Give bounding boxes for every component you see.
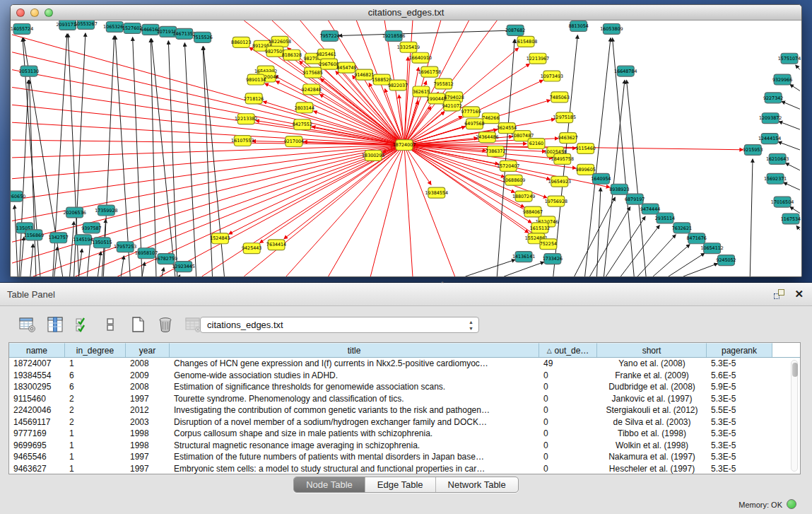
table-cell[interactable]: 1997 [126, 463, 170, 475]
graph-node[interactable]: 12975185 [553, 112, 576, 123]
graph-node[interactable]: 752254 [540, 239, 557, 250]
graph-node[interactable]: 9175685 [303, 67, 323, 78]
table-row[interactable]: 1872400712008Changes of HCN gene express… [9, 358, 800, 370]
table-cell[interactable]: 2009 [126, 370, 170, 382]
table-cell[interactable]: Disruption of a novel member of a sodium… [170, 416, 539, 428]
graph-node[interactable]: 8860123 [231, 37, 251, 47]
table-row[interactable]: 946362711997Embryonic stem cells: a mode… [9, 463, 800, 475]
table-cell[interactable]: 9115460 [9, 393, 65, 405]
graph-edge[interactable] [184, 43, 196, 276]
graph-node[interactable]: 12923445 [172, 262, 195, 272]
table-cell[interactable]: 1998 [126, 428, 170, 440]
minimize-window-button[interactable] [30, 8, 39, 17]
graph-node[interactable]: 18495758 [551, 153, 574, 164]
table-cell[interactable]: 0 [539, 370, 597, 382]
close-panel-icon[interactable]: ✕ [794, 289, 804, 299]
table-cell[interactable]: 5.3E-5 [707, 393, 772, 405]
table-cell[interactable]: 22420046 [9, 404, 65, 416]
table-row[interactable]: 969969511998Structural magnetic resonanc… [9, 440, 800, 452]
graph-edge[interactable] [796, 226, 800, 230]
graph-edge[interactable] [180, 275, 180, 276]
table-cell[interactable]: 9699695 [9, 440, 65, 452]
table-cell[interactable]: Changes of HCN gene expression and I(f) … [170, 358, 539, 370]
graph-node[interactable]: 1167534 [781, 214, 801, 224]
table-cell[interactable]: 9463627 [9, 463, 65, 475]
graph-edge[interactable] [168, 41, 177, 276]
graph-edge[interactable] [12, 145, 404, 158]
graph-node[interactable]: 9899605 [575, 164, 595, 175]
row-select-check-icon[interactable] [73, 315, 92, 334]
column-header-name[interactable]: name [9, 343, 65, 357]
graph-node[interactable]: 9227342 [763, 93, 783, 103]
table-cell[interactable]: 5.3E-5 [707, 440, 772, 452]
table-cell[interactable]: 18724007 [9, 358, 65, 370]
graph-edge[interactable] [790, 207, 800, 214]
graph-node[interactable]: 9890134 [246, 74, 266, 85]
table-cell[interactable]: 19384554 [9, 370, 65, 382]
graph-edge[interactable] [160, 145, 404, 276]
new-document-icon[interactable] [129, 315, 147, 334]
graph-node[interactable]: 16782759 [155, 254, 177, 264]
graph-node[interactable]: 24364486 [476, 132, 498, 143]
graph-node[interactable]: 9115460 [575, 144, 595, 154]
graph-edge[interactable] [504, 262, 543, 276]
graph-node[interactable]: 16107553 [231, 136, 254, 146]
network-view[interactable]: 1872400788601238912954182260589827509818… [11, 21, 801, 276]
table-cell[interactable]: 0 [539, 393, 597, 405]
graph-node[interactable]: 1350515 [92, 238, 112, 248]
graph-node[interactable]: 2935114 [655, 213, 675, 223]
table-cell[interactable]: Tourette syndrome. Phenomenology and cla… [170, 393, 539, 405]
graph-node[interactable]: 9884067 [523, 206, 543, 217]
graph-edge[interactable] [70, 221, 74, 276]
graph-node[interactable]: 7957224 [319, 30, 339, 41]
table-cell[interactable]: 1 [65, 463, 126, 475]
graph-node[interactable]: 62160 [528, 139, 545, 149]
graph-node[interactable]: 9329966 [772, 74, 792, 85]
column-header-out_de[interactable]: △out_de… [539, 343, 597, 357]
graph-node[interactable]: 10553267 [74, 21, 97, 29]
graph-node[interactable]: 7386372 [486, 146, 505, 157]
table-cell[interactable]: Nakamura et al. (1997) [597, 451, 707, 463]
graph-node[interactable]: 7634414 [266, 240, 286, 250]
graph-node[interactable]: 13325419 [397, 42, 420, 52]
graph-node[interactable]: 16961758 [418, 66, 441, 77]
graph-node[interactable]: 1145194 [73, 235, 93, 245]
graph-node[interactable]: 19654923 [548, 176, 571, 187]
table-selector-dropdown[interactable]: citations_edges.txt ▲▼ [200, 317, 479, 333]
graph-node[interactable]: 7955812 [434, 78, 454, 89]
graph-edge[interactable] [669, 253, 705, 276]
graph-edge[interactable] [339, 30, 516, 36]
graph-node[interactable]: 1615132 [530, 223, 550, 233]
graph-node[interactable]: 18300295 [362, 150, 384, 160]
graph-node[interactable]: 2803144 [295, 103, 314, 113]
table-cell[interactable]: 0 [539, 440, 597, 452]
graph-node[interactable]: 9822037 [388, 80, 408, 90]
table-cell[interactable]: 18300295 [9, 381, 65, 393]
table-row[interactable]: 946554611997Estimation of the future num… [9, 451, 800, 463]
graph-edge[interactable] [683, 264, 718, 276]
table-cell[interactable]: 5.3E-5 [707, 428, 772, 440]
window-title-bar[interactable]: citations_edges.txt [11, 5, 801, 21]
graph-node[interactable]: 8813054 [568, 21, 588, 31]
graph-node[interactable]: 15692371 [764, 173, 787, 184]
graph-edge[interactable] [76, 145, 404, 276]
graph-node[interactable]: 9777169 [461, 107, 481, 117]
graph-node[interactable]: 9825461 [316, 49, 336, 59]
table-cell[interactable]: 5.3E-5 [707, 451, 772, 463]
table-cell[interactable]: 2 [65, 393, 126, 405]
graph-node[interactable]: 1733426 [543, 254, 563, 264]
table-cell[interactable]: 5.3E-5 [707, 416, 772, 428]
table-cell[interactable]: 1998 [126, 440, 170, 452]
graph-node[interactable]: 7485063 [550, 92, 570, 103]
column-header-in_degree[interactable]: in_degree [65, 343, 126, 357]
graph-node[interactable]: 14055724 [11, 23, 33, 34]
graph-node[interactable]: 12213382 [235, 114, 257, 124]
column-header-title[interactable]: title [170, 343, 539, 357]
graph-edge[interactable] [779, 122, 800, 129]
graph-edge[interactable] [115, 36, 130, 276]
graph-node[interactable]: 18724007 [393, 140, 416, 151]
close-window-button[interactable] [16, 8, 25, 17]
table-cell[interactable]: Investigating the contribution of common… [170, 404, 539, 416]
graph-node[interactable]: 16640910 [409, 52, 432, 63]
graph-edge[interactable] [790, 85, 800, 91]
